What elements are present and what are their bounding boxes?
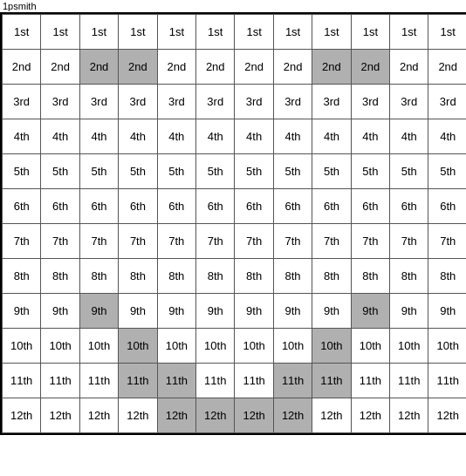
grid-cell: 5th [79, 154, 118, 189]
table-row: 9th9th9th9th9th9th9th9th9th9th9th9th [3, 294, 467, 329]
grid-cell: 10th [235, 329, 273, 364]
table-row: 8th8th8th8th8th8th8th8th8th8th8th8th [3, 259, 467, 294]
grid-cell: 1st [119, 15, 157, 50]
grid-cell: 11th [119, 364, 157, 398]
grid-cell: 9th [235, 294, 273, 329]
grid-cell: 1st [157, 15, 195, 50]
grid-cell: 6th [157, 189, 195, 224]
grid-cell: 7th [312, 224, 351, 259]
grid-cell: 4th [41, 119, 79, 154]
table-row: 4th4th4th4th4th4th4th4th4th4th4th4th [3, 119, 467, 154]
grid-cell: 10th [351, 329, 389, 364]
grid-cell: 4th [119, 119, 157, 154]
grid-cell: 9th [351, 294, 389, 329]
grid-cell: 5th [3, 154, 41, 189]
grid-cell: 3rd [196, 85, 235, 119]
table-row: 1st1st1st1st1st1st1st1st1st1st1st1st [3, 15, 467, 50]
grid-cell: 8th [41, 259, 79, 294]
grid-cell: 4th [196, 119, 235, 154]
grid-cell: 2nd [312, 50, 351, 85]
grid-cell: 5th [235, 154, 273, 189]
grid-cell: 11th [41, 364, 79, 398]
grid-cell: 4th [351, 119, 389, 154]
grid-cell: 7th [273, 224, 312, 259]
grid-cell: 3rd [312, 85, 351, 119]
grid-cell: 6th [390, 189, 428, 224]
grid-cell: 2nd [157, 50, 195, 85]
grid-cell: 8th [235, 259, 273, 294]
grid-cell: 6th [41, 189, 79, 224]
grid-cell: 3rd [390, 85, 428, 119]
grid-cell: 3rd [235, 85, 273, 119]
grid-cell: 8th [390, 259, 428, 294]
grid-cell: 8th [351, 259, 389, 294]
grid-cell: 5th [196, 154, 235, 189]
grid-cell: 1st [3, 15, 41, 50]
grid-cell: 7th [428, 224, 466, 259]
grid-cell: 11th [3, 364, 41, 398]
table-row: 11th11th11th11th11th11th11th11th11th11th… [3, 364, 467, 398]
grid-cell: 3rd [273, 85, 312, 119]
grid-cell: 5th [273, 154, 312, 189]
grid-cell: 8th [273, 259, 312, 294]
grid-cell: 9th [312, 294, 351, 329]
grid-cell: 1st [79, 15, 118, 50]
grid-cell: 4th [428, 119, 466, 154]
grid-cell: 12th [41, 398, 79, 433]
grid-cell: 7th [196, 224, 235, 259]
grid-cell: 2nd [390, 50, 428, 85]
grid-cell: 8th [79, 259, 118, 294]
grid-cell: 2nd [351, 50, 389, 85]
grid-cell: 10th [79, 329, 118, 364]
grid-cell: 9th [390, 294, 428, 329]
grid-cell: 1st [312, 15, 351, 50]
grid-cell: 1st [428, 15, 466, 50]
grid-cell: 2nd [235, 50, 273, 85]
grid-cell: 12th [3, 398, 41, 433]
grid-cell: 6th [235, 189, 273, 224]
grid-cell: 12th [273, 398, 312, 433]
grid-cell: 9th [157, 294, 195, 329]
grid-cell: 8th [428, 259, 466, 294]
grid-cell: 5th [157, 154, 195, 189]
grid-cell: 11th [235, 364, 273, 398]
grid-cell: 12th [351, 398, 389, 433]
grid-cell: 4th [312, 119, 351, 154]
grid-cell: 9th [428, 294, 466, 329]
grid-cell: 12th [235, 398, 273, 433]
grid-cell: 12th [79, 398, 118, 433]
grid-cell: 3rd [41, 85, 79, 119]
grid-cell: 6th [3, 189, 41, 224]
table-row: 12th12th12th12th12th12th12th12th12th12th… [3, 398, 467, 433]
grid-cell: 4th [273, 119, 312, 154]
grid-cell: 6th [428, 189, 466, 224]
grid-cell: 9th [119, 294, 157, 329]
title-text: 1psmith [3, 1, 37, 11]
grid-cell: 9th [3, 294, 41, 329]
grid-cell: 12th [428, 398, 466, 433]
grid-cell: 3rd [157, 85, 195, 119]
grid-cell: 12th [196, 398, 235, 433]
table-row: 5th5th5th5th5th5th5th5th5th5th5th5th [3, 154, 467, 189]
grid-table: 1st1st1st1st1st1st1st1st1st1st1st1st2nd2… [2, 14, 466, 433]
table-row: 6th6th6th6th6th6th6th6th6th6th6th6th [3, 189, 467, 224]
grid-cell: 2nd [79, 50, 118, 85]
grid-cell: 5th [119, 154, 157, 189]
grid-cell: 10th [312, 329, 351, 364]
grid-cell: 11th [390, 364, 428, 398]
grid-cell: 7th [351, 224, 389, 259]
grid-cell: 12th [390, 398, 428, 433]
grid-cell: 2nd [273, 50, 312, 85]
grid-cell: 12th [119, 398, 157, 433]
grid-cell: 2nd [41, 50, 79, 85]
grid-cell: 11th [157, 364, 195, 398]
grid-cell: 1st [390, 15, 428, 50]
grid-cell: 6th [273, 189, 312, 224]
grid-cell: 4th [390, 119, 428, 154]
grid-cell: 6th [119, 189, 157, 224]
grid-cell: 10th [273, 329, 312, 364]
title-bar: 1psmith [0, 0, 466, 12]
grid-cell: 7th [41, 224, 79, 259]
grid-cell: 1st [196, 15, 235, 50]
table-row: 10th10th10th10th10th10th10th10th10th10th… [3, 329, 467, 364]
